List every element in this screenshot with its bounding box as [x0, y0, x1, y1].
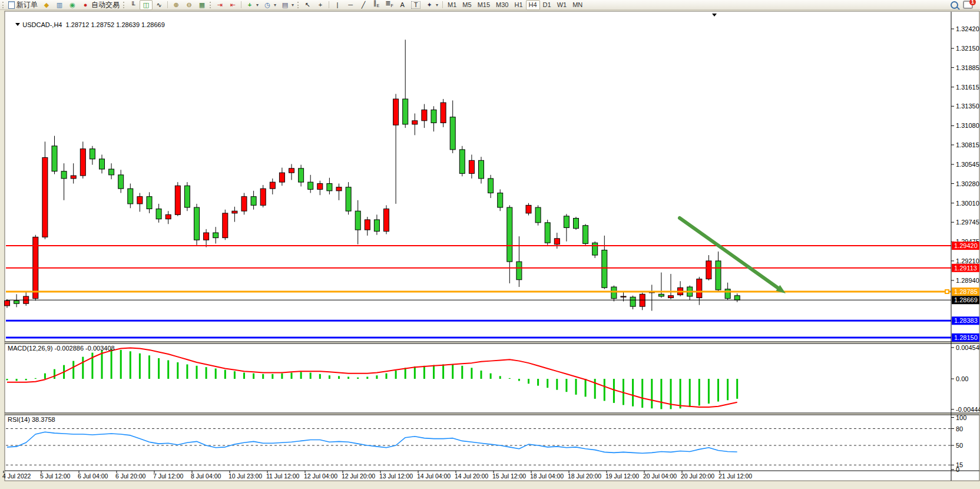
timeframe-button-MN[interactable]: MN: [570, 0, 585, 10]
candle[interactable]: [346, 187, 351, 211]
candle[interactable]: [459, 150, 465, 173]
candle[interactable]: [621, 296, 626, 297]
candle[interactable]: [165, 214, 171, 219]
candle[interactable]: [488, 179, 494, 193]
mql5-button[interactable]: ◆: [40, 0, 53, 10]
candle[interactable]: [583, 226, 588, 244]
candle[interactable]: [128, 189, 133, 204]
candle[interactable]: [365, 220, 370, 230]
candle[interactable]: [270, 182, 275, 189]
trendline-button[interactable]: ╱: [357, 0, 370, 10]
timeframe-button-M15[interactable]: M15: [475, 0, 493, 10]
candle[interactable]: [479, 160, 484, 179]
candle[interactable]: [118, 175, 124, 189]
candle[interactable]: [403, 99, 408, 124]
candle[interactable]: [336, 187, 342, 191]
candle[interactable]: [554, 239, 559, 244]
candle[interactable]: [706, 261, 711, 279]
candle[interactable]: [658, 294, 664, 296]
candle[interactable]: [137, 197, 143, 204]
candle[interactable]: [156, 209, 161, 219]
candle[interactable]: [327, 184, 332, 191]
timeframe-button-H4[interactable]: H4: [526, 0, 540, 10]
candle[interactable]: [734, 296, 740, 300]
line-handle[interactable]: [945, 290, 949, 293]
candle[interactable]: [42, 157, 48, 237]
indicators-button[interactable]: +▾: [243, 0, 261, 10]
shapes-button[interactable]: ✦▾: [423, 0, 441, 10]
market-watch-button[interactable]: ▥: [53, 0, 66, 10]
candle[interactable]: [517, 262, 522, 280]
horizontal-line-button[interactable]: ─: [344, 0, 357, 10]
candle[interactable]: [175, 186, 180, 214]
candle[interactable]: [564, 216, 569, 228]
candle[interactable]: [725, 289, 730, 299]
cursor-button[interactable]: ↖: [301, 0, 314, 10]
candle[interactable]: [251, 197, 256, 206]
candle[interactable]: [469, 160, 474, 173]
timeframe-button-W1[interactable]: W1: [554, 0, 570, 10]
candle[interactable]: [545, 223, 550, 243]
candle[interactable]: [355, 211, 360, 230]
candle[interactable]: [5, 300, 10, 306]
auto-scroll-button[interactable]: ⇥: [213, 0, 226, 10]
timeframe-button-H1[interactable]: H1: [511, 0, 525, 10]
candle[interactable]: [668, 296, 674, 298]
candle[interactable]: [204, 233, 209, 240]
search-icon[interactable]: [951, 1, 958, 9]
candle[interactable]: [384, 209, 389, 232]
candle[interactable]: [109, 169, 114, 175]
templates-button[interactable]: ▤▾: [279, 0, 296, 10]
line-chart-button[interactable]: ∿: [153, 0, 165, 10]
candle[interactable]: [374, 220, 379, 232]
candle[interactable]: [147, 197, 152, 209]
chat-icon[interactable]: 1: [963, 1, 973, 9]
timeframe-button-M5[interactable]: M5: [459, 0, 474, 10]
candle[interactable]: [431, 110, 436, 123]
candle[interactable]: [299, 168, 304, 182]
candle[interactable]: [279, 173, 284, 182]
autotrading-button[interactable]: ● 自动交易: [79, 0, 122, 10]
candle[interactable]: [308, 182, 313, 189]
candle[interactable]: [90, 149, 95, 159]
candle[interactable]: [422, 110, 427, 120]
candle[interactable]: [450, 117, 455, 150]
timeframe-button-M30[interactable]: M30: [493, 0, 511, 10]
candle[interactable]: [317, 184, 323, 190]
candle[interactable]: [507, 207, 512, 262]
candle[interactable]: [697, 279, 702, 298]
candle[interactable]: [52, 146, 57, 171]
candle[interactable]: [535, 207, 541, 223]
candle[interactable]: [260, 189, 266, 205]
candle[interactable]: [498, 193, 503, 208]
candle[interactable]: [223, 213, 228, 238]
candle[interactable]: [574, 218, 579, 228]
candle[interactable]: [61, 171, 67, 179]
candle[interactable]: [14, 300, 19, 303]
candle[interactable]: [611, 287, 617, 299]
chart-canvas[interactable]: 1.324201.321501.318851.316151.313501.310…: [0, 10, 980, 489]
candle[interactable]: [441, 103, 446, 123]
candle[interactable]: [232, 211, 237, 213]
candle[interactable]: [289, 168, 294, 173]
candle[interactable]: [393, 99, 399, 125]
candle[interactable]: [412, 121, 418, 124]
candle[interactable]: [100, 159, 105, 169]
new-order-button[interactable]: 新订单: [6, 0, 40, 10]
tile-windows-button[interactable]: ▦: [196, 0, 208, 10]
crosshair-button[interactable]: +: [314, 0, 327, 10]
periods-button[interactable]: ◷▾: [261, 0, 279, 10]
signals-button[interactable]: ◉: [66, 0, 79, 10]
candle[interactable]: [716, 261, 721, 290]
chart-shift-button[interactable]: ⇤: [226, 0, 239, 10]
candle[interactable]: [241, 197, 247, 212]
zoom-out-button[interactable]: ⊖: [183, 0, 196, 10]
candle[interactable]: [71, 176, 76, 179]
text-label-button[interactable]: T: [409, 0, 423, 10]
fibonacci-button[interactable]: ≣F: [383, 0, 396, 10]
candle[interactable]: [602, 250, 607, 288]
candle[interactable]: [630, 297, 635, 306]
candlestick-chart-button[interactable]: ◫: [140, 0, 153, 10]
chart-collapse-icon[interactable]: [15, 23, 20, 26]
channel-button[interactable]: ∥E: [370, 0, 383, 10]
